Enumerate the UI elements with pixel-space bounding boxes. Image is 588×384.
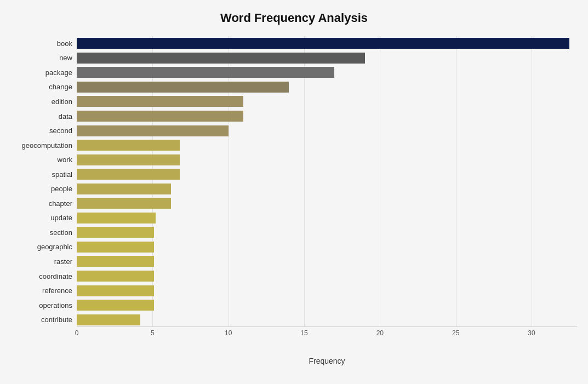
bar-contribute [77,314,140,325]
bar-spatial [77,169,180,180]
x-axis-label: Frequency [309,357,345,365]
y-label-change: change [11,80,77,94]
bar-work [77,154,180,165]
y-label-reference: reference [11,284,77,298]
bar-geocomputation [77,140,180,151]
bar-row [77,211,577,225]
bar-row [77,138,577,152]
y-label-operations: operations [11,298,77,312]
bar-row [77,65,577,79]
bar-row [77,94,577,108]
bar-row [77,124,577,138]
y-label-spatial: spatial [11,167,77,181]
bars-wrapper: 051015202530Frequency [77,36,577,343]
bar-row [77,254,577,268]
x-tick: 25 [452,329,459,337]
bar-row [77,298,577,312]
bar-row [77,313,577,327]
bar-row [77,269,577,283]
y-label-section: section [11,225,77,239]
y-label-book: book [11,36,77,50]
x-tick: 5 [151,329,155,337]
bar-people [77,184,171,194]
y-label-geographic: geographic [11,240,77,254]
chart-container: Word Frequency Analysis booknewpackagech… [0,0,588,384]
bar-second [77,125,229,136]
x-tick: 20 [376,329,384,337]
plot-area: 051015202530Frequency [77,36,577,343]
bar-reference [77,285,154,296]
y-label-package: package [11,65,77,79]
bar-geographic [77,242,154,253]
bar-row [77,240,577,254]
bar-coordinate [77,271,154,282]
bar-package [77,67,334,78]
bar-row [77,51,577,65]
x-tick: 15 [300,329,307,337]
bar-raster [77,256,154,267]
bar-row [77,167,577,181]
y-label-edition: edition [11,94,77,108]
chart-area: booknewpackagechangeeditiondatasecondgeo… [11,36,577,343]
y-label-geocomputation: geocomputation [11,138,77,152]
y-label-raster: raster [11,254,77,268]
y-label-update: update [11,211,77,225]
bar-row [77,80,577,94]
bar-row [77,225,577,239]
y-label-coordinate: coordinate [11,269,77,283]
y-label-chapter: chapter [11,196,77,210]
bar-row [77,284,577,298]
bar-row [77,109,577,123]
y-label-work: work [11,153,77,167]
bar-data [77,111,243,122]
x-tick: 0 [75,329,79,337]
bar-row [77,153,577,167]
x-tick: 30 [528,329,535,337]
bar-row [77,182,577,196]
x-tick: 10 [225,329,232,337]
y-label-data: data [11,109,77,123]
y-label-contribute: contribute [11,313,77,327]
chart-title: Word Frequency Analysis [11,11,577,25]
bar-book [77,38,569,49]
bar-edition [77,96,243,107]
bar-update [77,213,156,223]
bar-row [77,36,577,50]
y-label-people: people [11,182,77,196]
bars-container [77,36,577,327]
x-axis: 051015202530Frequency [77,327,577,343]
bar-chapter [77,198,171,209]
y-axis: booknewpackagechangeeditiondatasecondgeo… [11,36,77,343]
bar-change [77,82,289,93]
y-label-new: new [11,51,77,65]
bar-operations [77,300,154,311]
bar-section [77,227,154,238]
bar-row [77,196,577,210]
y-label-second: second [11,124,77,138]
bar-new [77,53,365,64]
